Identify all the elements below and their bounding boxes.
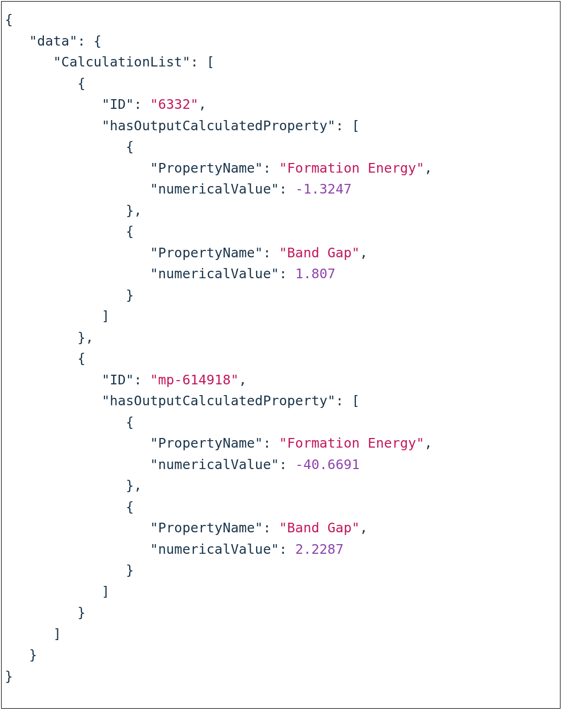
json-code: { "data": { "CalculationList": [ { "ID":… (5, 9, 557, 687)
json-code-block: { "data": { "CalculationList": [ { "ID":… (1, 1, 560, 709)
